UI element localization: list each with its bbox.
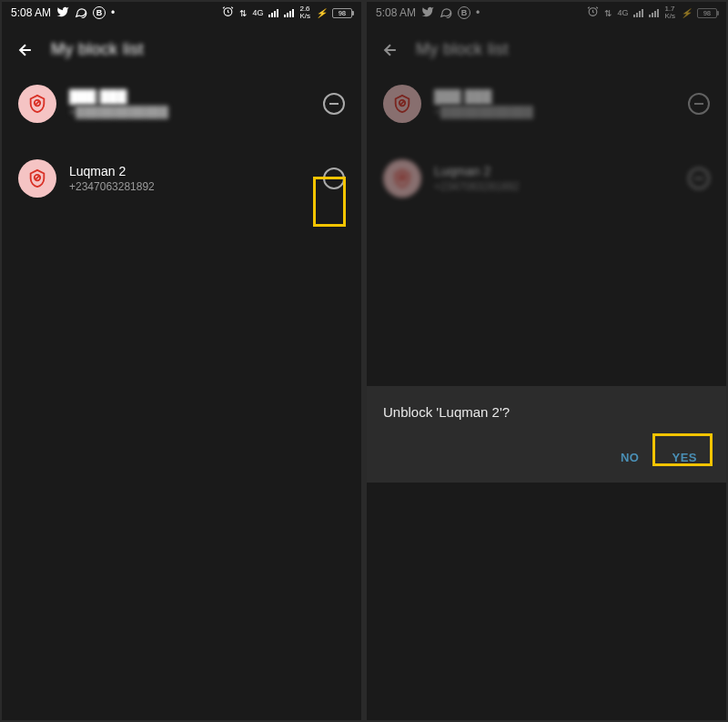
dialog-message: Unblock 'Luqman 2'? xyxy=(383,404,710,420)
shield-block-icon xyxy=(27,168,47,188)
contact-name: Luqman 2 xyxy=(69,164,310,178)
alarm-icon xyxy=(587,5,599,20)
unblock-button[interactable] xyxy=(323,168,345,189)
data-rate: 1.7 K/s xyxy=(664,5,675,20)
avatar xyxy=(18,159,56,198)
network-type: 4G xyxy=(617,8,628,17)
blocked-contact-row: ███ ███ +████████████ xyxy=(367,76,726,132)
avatar xyxy=(383,85,421,123)
contact-name: Luqman 2 xyxy=(434,164,675,178)
status-bar: 5:08 AM B • ⇅ 4G 2.6 K/s ⚡ 98 xyxy=(2,2,361,24)
data-arrows-icon: ⇅ xyxy=(604,8,612,18)
signal-icon-2 xyxy=(649,8,659,17)
dot-icon: • xyxy=(111,6,115,19)
signal-icon xyxy=(633,8,643,17)
battery-icon: 98 xyxy=(332,8,352,18)
page-title: My block list xyxy=(51,40,144,59)
back-arrow-icon[interactable] xyxy=(381,41,399,59)
unblock-button xyxy=(688,168,710,189)
status-bar: 5:08 AM B • ⇅ 4G 1.7 K/s ⚡ xyxy=(367,2,726,24)
avatar xyxy=(383,159,421,198)
contact-name: ███ ███ xyxy=(434,89,675,104)
contact-number: +2347063281892 xyxy=(69,180,310,193)
b-badge-icon: B xyxy=(93,6,106,19)
screen-block-list: 5:08 AM B • ⇅ 4G 2.6 K/s ⚡ 98 My xyxy=(2,2,361,720)
data-arrows-icon: ⇅ xyxy=(239,8,247,18)
shield-block-icon xyxy=(392,94,412,114)
dialog-no-button[interactable]: NO xyxy=(608,443,652,472)
app-header: My block list xyxy=(2,24,361,76)
data-rate: 2.6 K/s xyxy=(299,5,310,20)
screen-unblock-dialog: 5:08 AM B • ⇅ 4G 1.7 K/s ⚡ xyxy=(367,2,726,720)
battery-icon: 98 xyxy=(697,8,717,18)
confirm-dialog: Unblock 'Luqman 2'? NO YES xyxy=(367,386,726,483)
blocked-contact-row[interactable]: Luqman 2 +2347063281892 xyxy=(2,150,361,207)
status-time: 5:08 AM xyxy=(11,6,51,19)
flash-icon: ⚡ xyxy=(681,8,692,18)
unblock-button[interactable] xyxy=(323,93,345,115)
signal-icon-2 xyxy=(284,8,294,17)
whatsapp-icon xyxy=(440,5,452,21)
avatar xyxy=(18,85,56,123)
dialog-yes-button[interactable]: YES xyxy=(659,443,710,472)
signal-icon xyxy=(268,8,278,17)
twitter-icon xyxy=(56,5,69,21)
back-arrow-icon[interactable] xyxy=(16,41,35,59)
flash-icon: ⚡ xyxy=(316,8,327,18)
contact-number: +2347063281892 xyxy=(434,180,675,193)
status-time: 5:08 AM xyxy=(376,6,416,19)
unblock-button xyxy=(688,93,710,115)
shield-block-icon xyxy=(392,168,412,188)
whatsapp-icon xyxy=(75,5,87,21)
contact-number: +████████████ xyxy=(69,106,310,118)
network-type: 4G xyxy=(252,8,263,17)
twitter-icon xyxy=(421,5,434,21)
contact-name: ███ ███ xyxy=(69,89,310,104)
blocked-contact-row[interactable]: ███ ███ +████████████ xyxy=(2,76,361,132)
app-header: My block list xyxy=(367,24,726,76)
b-badge-icon: B xyxy=(458,6,470,19)
alarm-icon xyxy=(222,5,234,20)
blocked-contact-row: Luqman 2 +2347063281892 xyxy=(367,150,726,207)
shield-block-icon xyxy=(27,94,47,114)
dot-icon: • xyxy=(476,6,480,19)
page-title: My block list xyxy=(416,40,509,59)
contact-number: +████████████ xyxy=(434,106,675,118)
